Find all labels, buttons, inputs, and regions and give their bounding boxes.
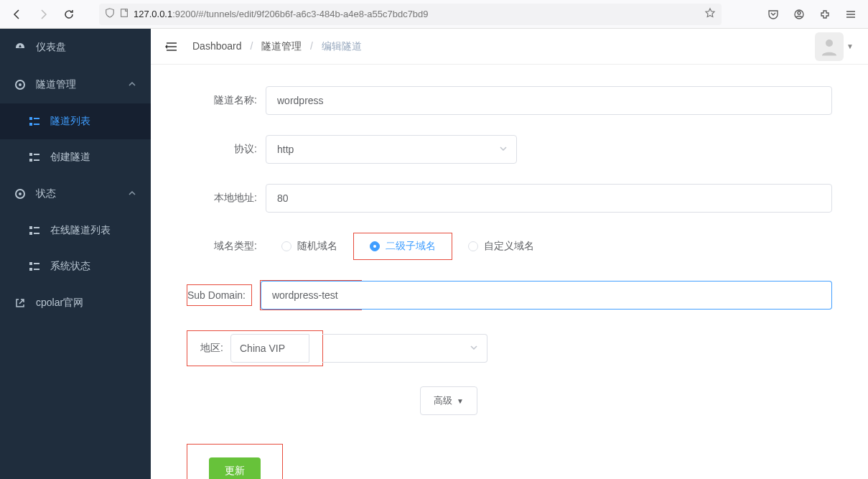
svg-point-14 (19, 192, 22, 195)
advanced-button-label: 高级 (434, 394, 452, 407)
label-protocol: 协议: (187, 143, 266, 156)
sidebar-item-dashboard[interactable]: 仪表盘 (0, 29, 151, 66)
topbar: Dashboard / 隧道管理 / 编辑隧道 ▼ (151, 29, 868, 65)
sidebar-item-tunnel-mgmt[interactable]: 隧道管理 (0, 66, 151, 103)
svg-point-2 (798, 11, 801, 14)
shield-icon (105, 8, 115, 20)
svg-rect-21 (34, 263, 39, 264)
sidebar-item-online-list[interactable]: 在线隧道列表 (0, 213, 151, 248)
sidebar-label: 系统状态 (50, 260, 90, 273)
label-local-addr: 本地地址: (187, 192, 266, 205)
external-link-icon (14, 297, 27, 309)
sidebar-label: 隧道列表 (50, 115, 90, 128)
sidebar: 仪表盘 隧道管理 隧道列表 创建隧道 状态 在线隧道列表 系统状态 (0, 29, 151, 479)
url-text: 127.0.0.1:9200/#/tunnels/edit/9f206b6f-a… (134, 9, 429, 19)
grid-icon (29, 261, 42, 272)
input-tunnel-name[interactable] (266, 86, 832, 115)
grid-icon (29, 152, 42, 163)
chevron-down-icon (470, 343, 478, 354)
svg-rect-9 (29, 153, 32, 156)
extensions-icon[interactable] (815, 4, 835, 24)
avatar-caret-icon[interactable]: ▼ (846, 42, 854, 50)
edit-tunnel-form: 隧道名称: 协议: http 本地地址: 域名类型: 随机域名 (151, 65, 868, 479)
breadcrumb: Dashboard / 隧道管理 / 编辑隧道 (192, 40, 362, 53)
svg-point-23 (826, 39, 833, 47)
sidebar-item-cpolar-site[interactable]: cpolar官网 (0, 284, 151, 322)
advanced-button[interactable]: 高级 ▼ (420, 386, 477, 415)
bookmark-star-icon[interactable] (704, 7, 716, 21)
label-region: 地区: (187, 342, 230, 355)
submit-button-label: 更新 (225, 465, 245, 476)
svg-rect-16 (29, 232, 32, 235)
caret-down-icon: ▼ (457, 397, 464, 405)
svg-point-4 (19, 83, 22, 86)
sidebar-label: 隧道管理 (36, 78, 76, 91)
input-local-addr[interactable] (266, 184, 832, 213)
svg-rect-0 (121, 9, 128, 17)
radio-label: 自定义域名 (484, 240, 534, 253)
breadcrumb-tunnel-mgmt[interactable]: 隧道管理 (261, 40, 302, 52)
breadcrumb-current: 编辑隧道 (322, 40, 362, 52)
browser-toolbar: 127.0.0.1:9200/#/tunnels/edit/9f206b6f-a… (0, 0, 868, 29)
radio-subdomain[interactable]: 二级子域名 (353, 233, 452, 260)
label-sub-domain: Sub Domain: (187, 289, 248, 301)
svg-rect-20 (29, 268, 32, 271)
nav-reload-button[interactable] (59, 4, 79, 24)
svg-rect-8 (34, 124, 39, 125)
user-avatar[interactable] (815, 32, 844, 61)
chevron-down-icon (499, 144, 508, 155)
list-icon (29, 225, 42, 236)
sidebar-item-status[interactable]: 状态 (0, 175, 151, 213)
tunnel-icon (14, 79, 27, 90)
list-icon (29, 116, 42, 127)
menu-icon[interactable] (841, 4, 861, 24)
status-icon (14, 188, 27, 200)
sidebar-item-tunnel-list[interactable]: 隧道列表 (0, 103, 151, 139)
svg-rect-22 (34, 269, 39, 270)
sidebar-label: cpolar官网 (36, 297, 83, 310)
account-icon[interactable] (789, 4, 809, 24)
sidebar-item-system-status[interactable]: 系统状态 (0, 248, 151, 284)
radio-label: 二级子域名 (386, 240, 436, 253)
svg-rect-11 (34, 154, 39, 155)
nav-back-button[interactable] (7, 4, 27, 24)
breadcrumb-dashboard[interactable]: Dashboard (192, 40, 242, 52)
dashboard-icon (14, 42, 27, 53)
sidebar-item-create-tunnel[interactable]: 创建隧道 (0, 139, 151, 175)
svg-rect-6 (29, 123, 32, 126)
select-protocol-value: http (277, 144, 294, 155)
svg-rect-12 (34, 159, 39, 161)
label-tunnel-name: 隧道名称: (187, 94, 266, 107)
svg-rect-18 (34, 233, 39, 234)
svg-rect-5 (29, 117, 32, 120)
pocket-icon[interactable] (763, 4, 783, 24)
radio-group-domain-type: 随机域名 二级子域名 自定义域名 (266, 233, 550, 260)
content-area: Dashboard / 隧道管理 / 编辑隧道 ▼ 隧道名称: 协议: http (151, 29, 868, 479)
svg-rect-10 (29, 159, 32, 162)
breadcrumb-separator: / (250, 40, 253, 52)
select-region[interactable] (322, 334, 487, 363)
radio-custom-domain[interactable]: 自定义域名 (452, 236, 550, 257)
hamburger-toggle[interactable] (165, 39, 179, 54)
input-sub-domain-ext[interactable] (361, 281, 832, 310)
svg-rect-7 (34, 118, 39, 119)
radio-random-domain[interactable]: 随机域名 (266, 236, 353, 257)
breadcrumb-separator: / (310, 40, 313, 52)
chevron-up-icon (128, 188, 136, 200)
sidebar-label: 创建隧道 (50, 151, 90, 164)
select-protocol[interactable]: http (266, 135, 517, 164)
label-domain-type: 域名类型: (187, 240, 266, 253)
input-sub-domain[interactable] (261, 281, 361, 310)
sidebar-label: 状态 (36, 187, 56, 200)
radio-circle-icon (468, 241, 478, 251)
radio-circle-icon (370, 241, 380, 251)
sidebar-label: 仪表盘 (36, 41, 66, 54)
url-bar[interactable]: 127.0.0.1:9200/#/tunnels/edit/9f206b6f-a… (99, 4, 722, 25)
radio-label: 随机域名 (297, 240, 337, 253)
sidebar-label: 在线隧道列表 (50, 224, 111, 237)
submit-button[interactable]: 更新 (209, 457, 261, 479)
nav-forward-button[interactable] (33, 4, 53, 24)
svg-rect-15 (29, 226, 32, 229)
select-region-value-box: China VIP (230, 334, 309, 363)
radio-circle-icon (281, 241, 291, 251)
